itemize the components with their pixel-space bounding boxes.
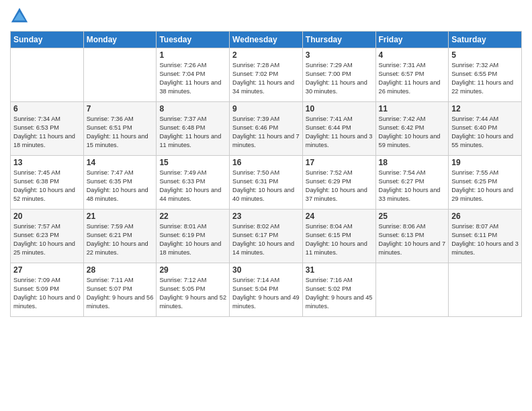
day-number: 9 (232, 104, 300, 113)
day-number: 19 (451, 158, 519, 167)
calendar-cell: 29Sunrise: 7:12 AMSunset: 5:05 PMDayligh… (157, 263, 230, 317)
header-day: Thursday (302, 32, 375, 48)
day-number: 4 (379, 50, 446, 60)
calendar-cell: 12Sunrise: 7:44 AMSunset: 6:40 PMDayligh… (449, 102, 522, 156)
header-day: Tuesday (157, 32, 230, 48)
day-info: Sunrise: 7:12 AMSunset: 5:05 PMDaylight:… (159, 276, 226, 311)
day-info: Sunrise: 7:29 AMSunset: 7:00 PMDaylight:… (306, 61, 373, 96)
day-info: Sunrise: 8:01 AMSunset: 6:19 PMDaylight:… (159, 222, 226, 257)
calendar-cell: 14Sunrise: 7:47 AMSunset: 6:35 PMDayligh… (83, 156, 157, 210)
calendar-cell (11, 48, 84, 102)
day-info: Sunrise: 8:04 AMSunset: 6:15 PMDaylight:… (306, 222, 373, 257)
calendar-cell: 3Sunrise: 7:29 AMSunset: 7:00 PMDaylight… (302, 48, 375, 102)
header-day: Saturday (449, 32, 522, 48)
calendar-cell: 17Sunrise: 7:52 AMSunset: 6:29 PMDayligh… (302, 156, 375, 210)
day-number: 3 (306, 50, 373, 60)
day-number: 20 (13, 212, 81, 221)
logo-icon (10, 7, 29, 26)
calendar-cell: 16Sunrise: 7:50 AMSunset: 6:31 PMDayligh… (230, 156, 303, 210)
calendar-cell: 6Sunrise: 7:34 AMSunset: 6:53 PMDaylight… (11, 102, 84, 156)
day-number: 2 (232, 50, 300, 60)
calendar-cell: 4Sunrise: 7:31 AMSunset: 6:57 PMDaylight… (375, 48, 449, 102)
logo (10, 7, 32, 26)
calendar-cell: 8Sunrise: 7:37 AMSunset: 6:48 PMDaylight… (157, 102, 230, 156)
calendar-cell: 9Sunrise: 7:39 AMSunset: 6:46 PMDaylight… (230, 102, 303, 156)
day-info: Sunrise: 7:52 AMSunset: 6:29 PMDaylight:… (306, 169, 373, 203)
calendar-week-row: 1Sunrise: 7:26 AMSunset: 7:04 PMDaylight… (11, 48, 522, 102)
day-info: Sunrise: 7:57 AMSunset: 6:23 PMDaylight:… (13, 222, 81, 257)
calendar-cell: 2Sunrise: 7:28 AMSunset: 7:02 PMDaylight… (230, 48, 303, 102)
day-info: Sunrise: 7:59 AMSunset: 6:21 PMDaylight:… (87, 222, 154, 257)
calendar-body: 1Sunrise: 7:26 AMSunset: 7:04 PMDaylight… (11, 48, 522, 317)
day-info: Sunrise: 7:54 AMSunset: 6:27 PMDaylight:… (379, 169, 446, 203)
calendar-cell: 21Sunrise: 7:59 AMSunset: 6:21 PMDayligh… (83, 210, 157, 263)
calendar-cell: 18Sunrise: 7:54 AMSunset: 6:27 PMDayligh… (375, 156, 449, 210)
day-info: Sunrise: 7:31 AMSunset: 6:57 PMDaylight:… (379, 61, 446, 96)
day-info: Sunrise: 7:36 AMSunset: 6:51 PMDaylight:… (87, 115, 154, 150)
calendar-cell: 30Sunrise: 7:14 AMSunset: 5:04 PMDayligh… (230, 263, 303, 317)
calendar-cell: 22Sunrise: 8:01 AMSunset: 6:19 PMDayligh… (157, 210, 230, 263)
calendar-week-row: 27Sunrise: 7:09 AMSunset: 5:09 PMDayligh… (11, 263, 522, 317)
calendar-week-row: 6Sunrise: 7:34 AMSunset: 6:53 PMDaylight… (11, 102, 522, 156)
day-number: 6 (13, 104, 81, 113)
day-number: 29 (159, 265, 226, 275)
day-number: 23 (232, 212, 300, 221)
calendar-cell: 13Sunrise: 7:45 AMSunset: 6:38 PMDayligh… (11, 156, 84, 210)
day-number: 31 (306, 265, 373, 275)
calendar-cell: 15Sunrise: 7:49 AMSunset: 6:33 PMDayligh… (157, 156, 230, 210)
day-info: Sunrise: 7:37 AMSunset: 6:48 PMDaylight:… (159, 115, 226, 150)
day-number: 25 (379, 212, 446, 221)
day-info: Sunrise: 7:49 AMSunset: 6:33 PMDaylight:… (159, 169, 226, 203)
day-number: 7 (87, 104, 154, 113)
calendar-cell: 7Sunrise: 7:36 AMSunset: 6:51 PMDaylight… (83, 102, 157, 156)
day-info: Sunrise: 7:50 AMSunset: 6:31 PMDaylight:… (232, 169, 300, 203)
calendar-header: SundayMondayTuesdayWednesdayThursdayFrid… (11, 32, 522, 48)
day-info: Sunrise: 7:47 AMSunset: 6:35 PMDaylight:… (87, 169, 154, 203)
day-info: Sunrise: 7:34 AMSunset: 6:53 PMDaylight:… (13, 115, 81, 150)
day-info: Sunrise: 7:28 AMSunset: 7:02 PMDaylight:… (232, 61, 300, 96)
calendar-cell: 28Sunrise: 7:11 AMSunset: 5:07 PMDayligh… (83, 263, 157, 317)
day-number: 13 (13, 158, 81, 167)
calendar-cell: 11Sunrise: 7:42 AMSunset: 6:42 PMDayligh… (375, 102, 449, 156)
calendar-cell (375, 263, 449, 317)
calendar-cell: 10Sunrise: 7:41 AMSunset: 6:44 PMDayligh… (302, 102, 375, 156)
calendar-cell: 31Sunrise: 7:16 AMSunset: 5:02 PMDayligh… (302, 263, 375, 317)
header-row: SundayMondayTuesdayWednesdayThursdayFrid… (11, 32, 522, 48)
calendar-cell: 19Sunrise: 7:55 AMSunset: 6:25 PMDayligh… (449, 156, 522, 210)
day-number: 12 (451, 104, 519, 113)
day-info: Sunrise: 7:26 AMSunset: 7:04 PMDaylight:… (159, 61, 226, 96)
calendar-cell: 24Sunrise: 8:04 AMSunset: 6:15 PMDayligh… (302, 210, 375, 263)
day-number: 18 (379, 158, 446, 167)
day-info: Sunrise: 7:39 AMSunset: 6:46 PMDaylight:… (232, 115, 300, 150)
calendar-cell: 5Sunrise: 7:32 AMSunset: 6:55 PMDaylight… (449, 48, 522, 102)
day-number: 21 (87, 212, 154, 221)
day-number: 15 (159, 158, 226, 167)
day-info: Sunrise: 7:09 AMSunset: 5:09 PMDaylight:… (13, 276, 81, 311)
day-number: 5 (451, 50, 519, 60)
header-day: Friday (375, 32, 449, 48)
day-number: 11 (379, 104, 446, 113)
day-info: Sunrise: 7:55 AMSunset: 6:25 PMDaylight:… (451, 169, 519, 203)
day-info: Sunrise: 7:14 AMSunset: 5:04 PMDaylight:… (232, 276, 300, 311)
calendar-week-row: 13Sunrise: 7:45 AMSunset: 6:38 PMDayligh… (11, 156, 522, 210)
header-day: Sunday (11, 32, 84, 48)
calendar-cell (83, 48, 157, 102)
calendar-cell: 20Sunrise: 7:57 AMSunset: 6:23 PMDayligh… (11, 210, 84, 263)
calendar-week-row: 20Sunrise: 7:57 AMSunset: 6:23 PMDayligh… (11, 210, 522, 263)
day-number: 14 (87, 158, 154, 167)
day-number: 17 (306, 158, 373, 167)
day-number: 30 (232, 265, 300, 275)
day-info: Sunrise: 7:42 AMSunset: 6:42 PMDaylight:… (379, 115, 446, 150)
day-info: Sunrise: 7:32 AMSunset: 6:55 PMDaylight:… (451, 61, 519, 96)
day-info: Sunrise: 7:41 AMSunset: 6:44 PMDaylight:… (306, 115, 373, 150)
calendar-cell: 26Sunrise: 8:07 AMSunset: 6:11 PMDayligh… (449, 210, 522, 263)
day-number: 22 (159, 212, 226, 221)
day-number: 26 (451, 212, 519, 221)
header-day: Wednesday (230, 32, 303, 48)
day-number: 27 (13, 265, 81, 275)
calendar-cell: 1Sunrise: 7:26 AMSunset: 7:04 PMDaylight… (157, 48, 230, 102)
day-number: 24 (306, 212, 373, 221)
day-info: Sunrise: 8:02 AMSunset: 6:17 PMDaylight:… (232, 222, 300, 257)
day-info: Sunrise: 8:06 AMSunset: 6:13 PMDaylight:… (379, 222, 446, 257)
calendar-cell: 27Sunrise: 7:09 AMSunset: 5:09 PMDayligh… (11, 263, 84, 317)
